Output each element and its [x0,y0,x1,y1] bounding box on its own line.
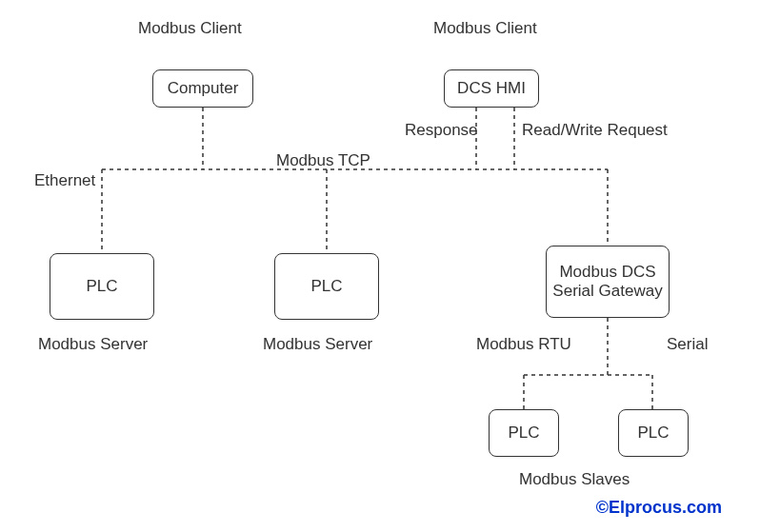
label-serial: Serial [667,335,708,354]
label-modbus-client-right: Modbus Client [433,19,537,38]
watermark: ©Elprocus.com [596,498,722,518]
node-dcs-hmi: DCS HMI [444,69,539,108]
label-read-write: Read/Write Request [522,121,668,140]
label-modbus-rtu: Modbus RTU [476,335,571,354]
node-plc-4-label: PLC [637,424,669,443]
label-modbus-client-left: Modbus Client [138,19,242,38]
node-computer: Computer [152,69,253,108]
label-response: Response [405,121,478,140]
node-gateway: Modbus DCS Serial Gateway [546,246,670,318]
node-dcs-hmi-label: DCS HMI [457,79,526,98]
node-computer-label: Computer [168,79,239,98]
label-ethernet: Ethernet [34,171,95,190]
node-plc-2-label: PLC [310,277,342,296]
node-plc-1: PLC [50,253,154,320]
node-plc-3-label: PLC [508,424,539,443]
label-modbus-slaves: Modbus Slaves [519,470,630,489]
label-modbus-server-2: Modbus Server [263,335,372,354]
node-plc-1-label: PLC [86,277,117,296]
label-modbus-server-1: Modbus Server [38,335,148,354]
node-gateway-label: Modbus DCS Serial Gateway [550,263,665,302]
node-plc-2: PLC [274,253,379,320]
label-modbus-tcp: Modbus TCP [276,151,370,170]
node-plc-3: PLC [489,409,559,457]
node-plc-4: PLC [618,409,689,457]
